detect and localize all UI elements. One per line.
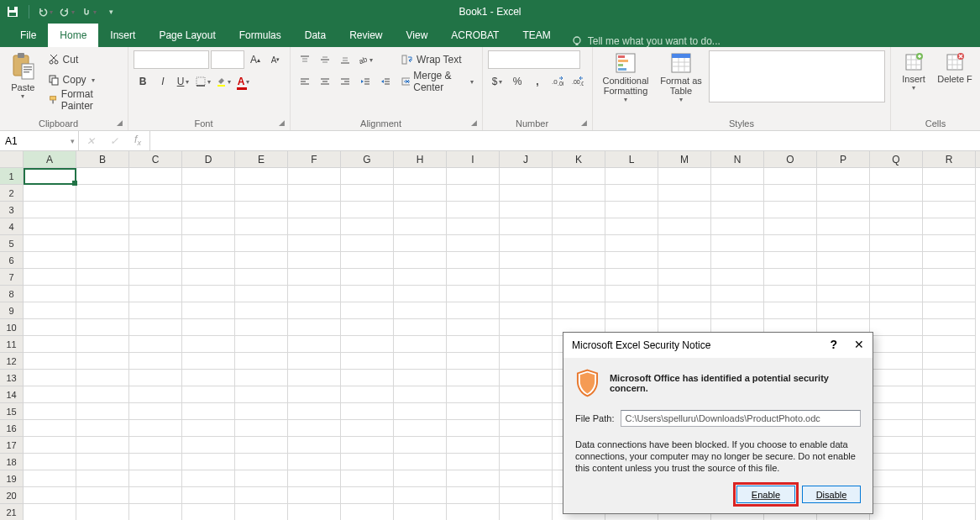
cell[interactable] (341, 353, 394, 370)
cell[interactable] (817, 235, 870, 252)
cell[interactable] (764, 185, 817, 202)
cell[interactable] (553, 286, 605, 302)
cell[interactable] (870, 185, 923, 202)
cell[interactable] (764, 269, 817, 286)
cell[interactable] (447, 353, 500, 370)
cell[interactable] (76, 319, 129, 336)
cell[interactable] (341, 202, 394, 218)
cell[interactable] (24, 286, 76, 302)
font-name-input[interactable] (134, 50, 209, 69)
cell[interactable] (288, 370, 341, 386)
tab-view[interactable]: View (395, 24, 440, 47)
cell[interactable] (764, 302, 817, 319)
cell[interactable] (394, 286, 447, 302)
column-header[interactable]: C (129, 151, 182, 167)
cell[interactable] (605, 269, 658, 286)
increase-indent-button[interactable] (376, 72, 395, 91)
cell[interactable] (817, 168, 870, 185)
cell[interactable] (24, 470, 76, 487)
cell[interactable] (341, 386, 394, 403)
cell[interactable] (288, 286, 341, 302)
cancel-formula-button[interactable]: ✕ (79, 135, 102, 147)
cell[interactable] (76, 235, 129, 252)
cell[interactable] (24, 370, 76, 386)
cell[interactable] (235, 470, 288, 487)
cell[interactable] (764, 168, 817, 185)
cell[interactable] (288, 302, 341, 319)
cell[interactable] (500, 420, 553, 437)
cell[interactable] (923, 403, 976, 420)
cell[interactable] (394, 202, 447, 218)
cell[interactable] (447, 504, 500, 520)
cell[interactable] (76, 286, 129, 302)
cell[interactable] (553, 185, 605, 202)
font-launcher[interactable]: ◢ (279, 118, 285, 127)
comma-button[interactable]: , (528, 72, 547, 91)
cell[interactable] (711, 235, 764, 252)
cell[interactable] (76, 252, 129, 269)
cell[interactable] (182, 403, 235, 420)
cell[interactable] (500, 487, 553, 504)
cell[interactable] (447, 403, 500, 420)
cell[interactable] (182, 218, 235, 235)
undo-button[interactable] (36, 3, 55, 21)
redo-button[interactable] (58, 3, 76, 21)
align-top-button[interactable] (296, 50, 314, 69)
column-header[interactable]: H (394, 151, 447, 167)
cell[interactable] (182, 370, 235, 386)
cell[interactable] (447, 336, 500, 353)
row-header[interactable]: 9 (0, 302, 24, 319)
cell[interactable] (24, 420, 76, 437)
cell[interactable] (605, 286, 658, 302)
fx-button[interactable]: fx (126, 134, 149, 147)
cell[interactable] (24, 403, 76, 420)
column-header[interactable]: N (711, 151, 764, 167)
cell[interactable] (553, 235, 605, 252)
column-header[interactable]: I (447, 151, 500, 167)
cell[interactable] (129, 302, 182, 319)
cell[interactable] (182, 286, 235, 302)
cell[interactable] (182, 235, 235, 252)
cell[interactable] (235, 370, 288, 386)
cell[interactable] (341, 168, 394, 185)
row-header[interactable]: 15 (0, 403, 24, 420)
cell[interactable] (870, 319, 923, 336)
orientation-button[interactable]: ab (356, 50, 375, 69)
cell[interactable] (288, 269, 341, 286)
cell[interactable] (288, 319, 341, 336)
cell[interactable] (764, 202, 817, 218)
cell[interactable] (923, 185, 976, 202)
cell[interactable] (235, 386, 288, 403)
cell[interactable] (76, 403, 129, 420)
column-header[interactable]: J (500, 151, 553, 167)
column-header[interactable]: R (923, 151, 976, 167)
cell[interactable] (182, 454, 235, 470)
cell[interactable] (341, 235, 394, 252)
cell[interactable] (129, 202, 182, 218)
cell[interactable] (24, 269, 76, 286)
cell[interactable] (500, 252, 553, 269)
cell[interactable] (341, 319, 394, 336)
column-header[interactable]: D (182, 151, 235, 167)
cell[interactable] (394, 353, 447, 370)
cell[interactable] (658, 218, 711, 235)
cell[interactable] (341, 218, 394, 235)
cell[interactable] (500, 504, 553, 520)
cell[interactable] (341, 487, 394, 504)
cell[interactable] (923, 370, 976, 386)
clipboard-launcher[interactable]: ◢ (117, 118, 123, 127)
name-box[interactable]: A1▾ (0, 131, 79, 150)
wrap-text-button[interactable]: Wrap Text (398, 50, 477, 69)
cell[interactable] (870, 336, 923, 353)
cell[interactable] (870, 168, 923, 185)
cell[interactable] (817, 302, 870, 319)
cell[interactable] (76, 504, 129, 520)
row-header[interactable]: 16 (0, 420, 24, 437)
cell[interactable] (923, 353, 976, 370)
cell[interactable] (711, 185, 764, 202)
cell[interactable] (182, 504, 235, 520)
cell[interactable] (870, 470, 923, 487)
cell[interactable] (76, 336, 129, 353)
percent-button[interactable]: % (508, 72, 527, 91)
cell[interactable] (817, 185, 870, 202)
